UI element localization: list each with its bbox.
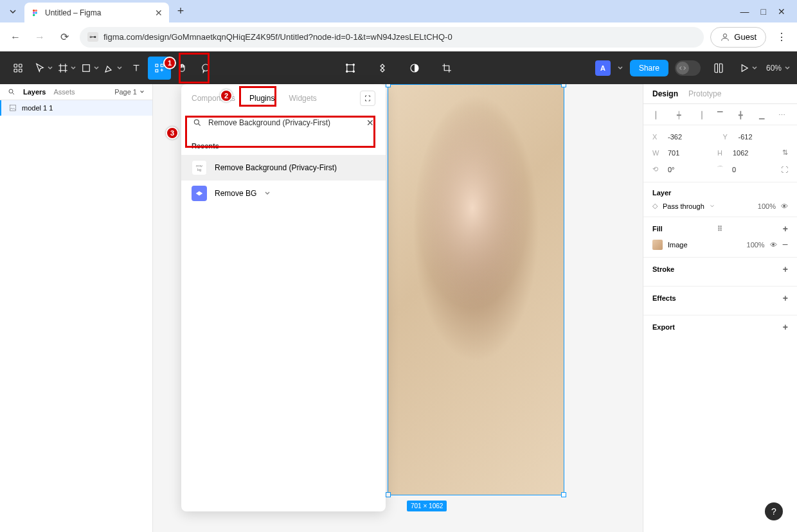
pen-tool[interactable] (102, 57, 125, 80)
svg-point-18 (346, 71, 348, 72)
independent-corners-icon[interactable]: ⛶ (781, 166, 788, 173)
align-hcenter-icon[interactable]: ┿ (673, 111, 685, 120)
x-label: X (652, 133, 663, 141)
back-icon[interactable]: ← (6, 28, 24, 46)
plugins-search-row: ✕ (188, 114, 379, 132)
frame-tool[interactable] (55, 57, 78, 80)
figma-menu-icon[interactable] (6, 57, 30, 80)
add-export-button[interactable]: + (783, 322, 788, 332)
browser-tab[interactable]: Untitled – Figma ✕ (24, 3, 169, 23)
h-label: H (717, 149, 728, 157)
effects-section: Effects+ (643, 286, 797, 315)
minimize-icon[interactable]: ― (740, 6, 749, 17)
crop-icon[interactable] (435, 57, 458, 80)
align-vcenter-icon[interactable]: ╋ (735, 111, 747, 120)
clear-search-icon[interactable]: ✕ (366, 118, 374, 128)
selected-image[interactable] (388, 84, 564, 495)
present-icon[interactable] (737, 57, 760, 80)
tab-widgets[interactable]: Widgets (289, 94, 316, 103)
plugin-item[interactable]: Remove BG (181, 181, 386, 206)
forward-icon: → (31, 28, 49, 46)
blend-mode-icon[interactable]: ◇ (652, 202, 658, 210)
zoom-control[interactable]: 60% (766, 64, 791, 73)
expand-panel-icon[interactable] (360, 91, 375, 106)
person-icon (720, 32, 730, 42)
radius-value[interactable]: 0 (732, 166, 776, 173)
search-icon[interactable] (8, 88, 15, 96)
fill-section: Fill⠿+ Image 100% 👁 − (643, 217, 797, 257)
x-value[interactable]: -362 (668, 133, 718, 141)
fill-swatch[interactable] (652, 240, 663, 250)
chevron-down-icon[interactable] (264, 190, 271, 197)
resize-handle-se[interactable] (561, 492, 566, 497)
reload-icon[interactable]: ⟳ (55, 28, 73, 46)
move-tool[interactable] (32, 57, 55, 80)
dev-mode-toggle[interactable] (675, 60, 701, 76)
svg-rect-13 (156, 69, 158, 72)
tab-layers[interactable]: Layers (23, 88, 46, 96)
tab-prototype[interactable]: Prototype (688, 89, 721, 98)
chevron-down-icon[interactable] (710, 204, 715, 209)
resize-handle-nw[interactable] (386, 84, 391, 87)
export-section: Export+ (643, 315, 797, 344)
comment-tool[interactable] (194, 57, 217, 80)
h-value[interactable]: 1062 (733, 149, 777, 157)
blend-mode-value[interactable]: Pass through (663, 202, 704, 210)
resources-tabs: Components Plugins Widgets (181, 84, 386, 111)
component-icon[interactable] (371, 57, 394, 80)
shape-tool[interactable] (78, 57, 102, 80)
share-button[interactable]: Share (630, 60, 668, 76)
text-tool[interactable] (125, 57, 148, 80)
edit-object-icon[interactable] (339, 57, 362, 80)
window-controls: ― □ ✕ (740, 6, 797, 17)
tab-dropdown-icon[interactable] (4, 3, 22, 21)
align-right-icon[interactable]: ▕ (694, 111, 705, 120)
layer-row[interactable]: model 1 1 (0, 100, 152, 116)
help-button[interactable]: ? (765, 502, 783, 520)
close-window-icon[interactable]: ✕ (778, 6, 785, 17)
y-value[interactable]: -612 (739, 133, 789, 141)
rotation-value[interactable]: 0° (668, 166, 712, 173)
w-label: W (652, 149, 663, 157)
align-top-icon[interactable]: ▔ (714, 111, 726, 120)
mask-icon[interactable] (403, 57, 426, 80)
new-tab-button[interactable]: + (172, 3, 190, 21)
svg-rect-7 (19, 64, 22, 67)
remove-fill-button[interactable]: − (782, 239, 788, 251)
rotation-label: ⟲ (652, 165, 663, 173)
maximize-icon[interactable]: □ (761, 6, 766, 17)
plugins-search-input[interactable] (208, 118, 360, 127)
user-avatar[interactable]: A (595, 60, 611, 76)
guest-profile-button[interactable]: Guest (710, 27, 766, 48)
add-effect-button[interactable]: + (783, 293, 788, 303)
align-left-icon[interactable]: ▏ (652, 111, 664, 120)
fill-grid-icon[interactable]: ⠿ (717, 225, 722, 233)
resize-handle-sw[interactable] (386, 492, 391, 497)
library-icon[interactable] (707, 57, 730, 80)
constrain-icon[interactable]: ⇅ (782, 148, 788, 157)
add-fill-button[interactable]: + (783, 224, 788, 234)
resize-handle-ne[interactable] (561, 84, 566, 87)
right-tools: A Share 60% (595, 57, 791, 80)
fill-type[interactable]: Image (668, 241, 688, 249)
align-bottom-icon[interactable]: ▁ (756, 111, 767, 120)
layer-opacity-value[interactable]: 100% (758, 202, 776, 210)
address-bar[interactable]: ⊶ figma.com/design/GoMmnaetkqnQHiqEZ4K95… (80, 27, 704, 48)
fill-opacity-value[interactable]: 100% (747, 241, 765, 249)
close-tab-icon[interactable]: ✕ (155, 8, 163, 18)
align-more-icon[interactable]: ⋯ (776, 111, 788, 120)
page-selector[interactable]: Page 1 (114, 88, 145, 96)
tab-plugins[interactable]: Plugins (249, 94, 274, 103)
site-settings-icon[interactable]: ⊶ (87, 32, 98, 42)
chevron-down-icon[interactable] (617, 65, 623, 71)
w-value[interactable]: 701 (668, 149, 712, 157)
browser-menu-icon[interactable]: ⋮ (773, 28, 791, 46)
tab-design[interactable]: Design (652, 89, 678, 98)
plugin-item[interactable]: rmvbg Remove Background (Privacy-First) (181, 155, 386, 181)
fill-visibility-icon[interactable]: 👁 (770, 241, 777, 249)
add-stroke-button[interactable]: + (783, 264, 788, 274)
visibility-icon[interactable]: 👁 (781, 202, 788, 210)
plugin-icon: rmvbg (192, 160, 207, 175)
tab-assets[interactable]: Assets (53, 88, 75, 96)
figma-favicon-icon (31, 8, 40, 17)
